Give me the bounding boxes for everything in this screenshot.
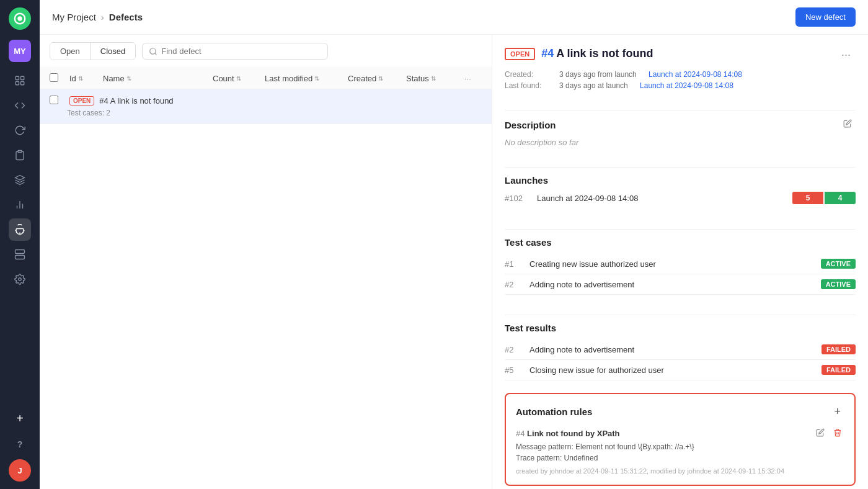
tc-left: #1 Creating new issue authorized user	[505, 259, 656, 269]
clipboard-icon[interactable]	[9, 144, 31, 166]
description-edit-button[interactable]	[839, 118, 856, 132]
tc-id: #1	[505, 259, 523, 269]
sort-id-icon[interactable]: ⇅	[78, 75, 83, 82]
user-avatar[interactable]: J	[9, 459, 31, 482]
breadcrumb-project[interactable]: My Project	[52, 12, 96, 22]
header: My Project › Defects New defect	[40, 0, 868, 35]
new-defect-button[interactable]: New defect	[795, 7, 856, 27]
automation-rule-name: Link not found by XPath	[527, 429, 620, 438]
test-cases-section: Test cases #1 Creating new issue authori…	[505, 237, 856, 295]
defect-id: #4	[541, 47, 554, 60]
search-input[interactable]	[161, 47, 321, 56]
automation-rule-meta: created by johndoe at 2024-09-11 15:31:2…	[516, 467, 844, 475]
svg-rect-4	[16, 82, 19, 85]
table-header: Id ⇅ Name ⇅ Count ⇅ Last modified ⇅ Crea…	[40, 68, 492, 89]
row-test-cases-count: Test cases: 2	[67, 109, 110, 117]
main-area: My Project › Defects New defect Open Clo…	[40, 0, 868, 489]
select-all-checkbox[interactable]	[50, 73, 58, 82]
left-panel: Open Closed Id ⇅ Name ⇅	[40, 35, 492, 489]
tc-left: #2 Adding note to advertisement	[505, 280, 634, 289]
tc-active-badge: ACTIVE	[821, 259, 856, 269]
sort-lastmod-icon[interactable]: ⇅	[314, 75, 319, 82]
automation-rules-title: Automation rules	[516, 406, 592, 417]
settings-icon[interactable]	[9, 268, 31, 290]
launch-row: #102 Launch at 2024-09-08 14:08 5 4	[505, 192, 856, 204]
bug-icon[interactable]	[9, 218, 31, 241]
row-open-badge: OPEN	[69, 96, 94, 105]
table-row[interactable]: OPEN #4 A link is not found Test cases: …	[40, 89, 492, 124]
test-case-row[interactable]: #1 Creating new issue authorized user AC…	[505, 254, 856, 274]
col-header-name: Name ⇅	[103, 74, 210, 83]
column-options-icon[interactable]: ···	[464, 74, 471, 83]
svg-line-21	[155, 53, 157, 55]
defect-title: #4A link is not found	[541, 47, 653, 60]
tr-id: #5	[505, 366, 523, 375]
launch-bar-red: 5	[792, 192, 823, 204]
search-icon	[149, 47, 157, 56]
tr-id: #2	[505, 345, 523, 354]
sort-name-icon[interactable]: ⇅	[126, 75, 131, 82]
defect-meta: Created: 3 days ago from launch Launch a…	[505, 70, 856, 92]
search-wrap	[142, 43, 328, 60]
dashboard-icon[interactable]	[9, 70, 31, 92]
test-case-row[interactable]: #2 Adding note to advertisement ACTIVE	[505, 274, 856, 295]
launch-bar-green: 4	[825, 192, 856, 204]
defect-created-row: Created: 3 days ago from launch Launch a…	[505, 70, 856, 79]
launches-section: Launches #102 Launch at 2024-09-08 14:08…	[505, 175, 856, 209]
storage-icon[interactable]	[9, 243, 31, 266]
launch-id: #102	[505, 194, 529, 203]
defect-last-found-row: Last found: 3 days ago at launch Launch …	[505, 81, 856, 90]
test-results-section: Test results #2 Adding note to advertise…	[505, 323, 856, 380]
col-header-id: Id ⇅	[69, 74, 100, 83]
status-tab-group: Open Closed	[50, 42, 136, 60]
svg-point-19	[19, 278, 22, 281]
automation-rule-delete-button[interactable]	[831, 427, 844, 440]
sidebar: MY + ? J	[0, 0, 40, 489]
tab-open[interactable]: Open	[50, 43, 91, 60]
app-logo[interactable]	[9, 7, 31, 30]
last-found-launch-link[interactable]: Launch at 2024-09-08 14:08	[640, 81, 733, 90]
breadcrumb: My Project › Defects	[52, 12, 143, 22]
svg-rect-15	[16, 250, 25, 254]
svg-rect-3	[21, 76, 24, 79]
defect-menu-button[interactable]: ···	[836, 47, 856, 63]
description-section-header: Description	[505, 118, 856, 132]
test-results-title: Test results	[505, 323, 556, 333]
test-result-row[interactable]: #5 Closing new issue for authorized user…	[505, 360, 856, 380]
launch-name[interactable]: Launch at 2024-09-08 14:08	[537, 194, 785, 203]
tr-left: #2 Adding note to advertisement	[505, 345, 634, 354]
description-section: Description No description so far	[505, 118, 856, 147]
chart-icon[interactable]	[9, 194, 31, 216]
defect-title-row: OPEN #4A link is not found	[505, 47, 653, 60]
created-value: 3 days ago from launch	[559, 70, 637, 79]
created-launch-link[interactable]: Launch at 2024-09-08 14:08	[649, 70, 742, 79]
created-label: Created:	[505, 70, 554, 79]
refresh-icon[interactable]	[9, 119, 31, 141]
automation-rule-trace-pattern: Trace pattern: Undefined	[516, 454, 844, 462]
automation-rule-edit-button[interactable]	[813, 427, 827, 440]
sort-created-icon[interactable]: ⇅	[378, 75, 383, 82]
test-result-row[interactable]: #2 Adding note to advertisement FAILED	[505, 339, 856, 360]
svg-rect-2	[16, 76, 19, 79]
svg-rect-5	[21, 82, 24, 85]
tc-name: Adding note to advertisement	[529, 280, 634, 289]
add-icon[interactable]: +	[9, 407, 31, 429]
tr-name: Adding note to advertisement	[529, 345, 634, 354]
col-header-created: Created ⇅	[348, 74, 404, 83]
automation-rules-add-button[interactable]: +	[830, 404, 844, 419]
project-avatar[interactable]: MY	[9, 40, 31, 62]
row-checkbox[interactable]	[50, 96, 58, 104]
automation-rule-header: #4 Link not found by XPath	[516, 427, 844, 440]
launch-icon[interactable]	[9, 169, 31, 191]
description-empty-text: No description so far	[505, 138, 856, 147]
sort-count-icon[interactable]: ⇅	[236, 75, 241, 82]
last-found-label: Last found:	[505, 81, 554, 90]
sort-status-icon[interactable]: ⇅	[431, 75, 436, 82]
help-icon[interactable]: ?	[9, 433, 31, 455]
tab-closed[interactable]: Closed	[91, 43, 135, 60]
tr-failed-badge: FAILED	[822, 344, 856, 354]
code-icon[interactable]	[9, 94, 31, 117]
col-header-last-modified: Last modified ⇅	[265, 74, 345, 83]
breadcrumb-separator: ›	[101, 12, 104, 22]
right-panel: OPEN #4A link is not found ··· Created: …	[492, 35, 868, 489]
